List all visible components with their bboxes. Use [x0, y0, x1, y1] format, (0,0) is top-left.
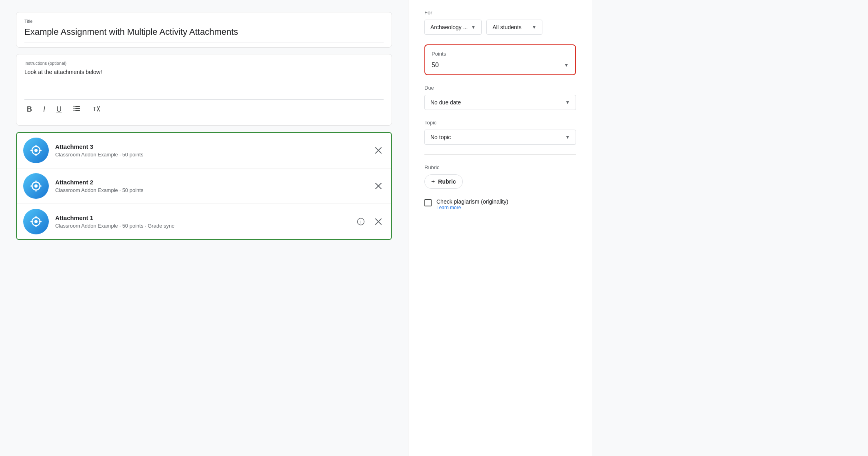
svg-point-18 [34, 184, 38, 188]
attachment-item: Attachment 1 Classroom Addon Example · 5… [17, 204, 391, 239]
svg-rect-28 [36, 225, 37, 227]
svg-rect-13 [30, 150, 33, 151]
attachment-actions-1: i [354, 215, 385, 228]
bold-icon: B [27, 105, 32, 114]
attachment-info-2: Attachment 2 Classroom Addon Example · 5… [55, 179, 372, 193]
points-value: 50 [432, 62, 439, 69]
title-section: Title [16, 12, 392, 48]
svg-point-10 [34, 149, 38, 152]
remove-attachment-1-button[interactable] [372, 215, 385, 228]
attachment-actions-3 [372, 144, 385, 157]
attachments-container: Attachment 3 Classroom Addon Example · 5… [16, 132, 392, 240]
class-dropdown-value: Archaeology ... [430, 24, 468, 30]
italic-button[interactable]: I [41, 104, 48, 115]
topic-section: Topic No topic ▼ [424, 120, 576, 155]
points-dropdown-arrow: ▼ [564, 62, 569, 68]
plagiarism-text: Check plagiarism (originality) Learn mor… [436, 198, 508, 210]
plagiarism-checkbox[interactable] [424, 199, 432, 206]
addon-icon-2 [23, 173, 49, 199]
add-rubric-button[interactable]: + Rubric [424, 174, 463, 189]
underline-button[interactable]: U [54, 104, 64, 115]
for-dropdowns: Archaeology ... ▼ All students ▼ [424, 20, 576, 35]
rubric-section: Rubric + Rubric [424, 164, 576, 189]
list-button[interactable] [70, 103, 83, 116]
topic-dropdown[interactable]: No topic ▼ [424, 130, 576, 145]
plus-icon: + [431, 178, 435, 185]
svg-point-3 [74, 106, 75, 107]
due-dropdown-arrow: ▼ [565, 100, 570, 105]
bold-button[interactable]: B [24, 104, 34, 115]
points-section: Points 50 ▼ [424, 44, 576, 75]
attachment-item: Attachment 3 Classroom Addon Example · 5… [17, 133, 391, 168]
title-label: Title [24, 19, 384, 24]
svg-rect-22 [39, 186, 42, 187]
topic-label: Topic [424, 120, 576, 126]
points-dropdown[interactable]: 50 ▼ [432, 62, 569, 69]
svg-text:T: T [93, 106, 96, 112]
svg-rect-27 [36, 216, 37, 218]
svg-rect-19 [36, 180, 37, 183]
for-section: For Archaeology ... ▼ All students ▼ [424, 10, 576, 35]
svg-rect-30 [39, 221, 42, 222]
due-dropdown[interactable]: No due date ▼ [424, 95, 576, 110]
topic-value: No topic [430, 134, 451, 140]
instructions-section: Instructions (optional) Look at the atta… [16, 54, 392, 126]
svg-text:i: i [360, 219, 362, 225]
list-icon [73, 104, 81, 114]
svg-rect-11 [36, 145, 37, 147]
points-label: Points [432, 51, 569, 57]
students-dropdown-arrow: ▼ [532, 24, 536, 30]
svg-rect-20 [36, 189, 37, 192]
remove-attachment-3-button[interactable] [372, 144, 385, 157]
rubric-label: Rubric [424, 164, 576, 170]
clear-format-icon: T [92, 104, 100, 114]
attachment-item: Attachment 2 Classroom Addon Example · 5… [17, 168, 391, 204]
svg-rect-29 [30, 221, 33, 222]
underline-icon: U [56, 105, 62, 114]
svg-point-4 [74, 108, 75, 109]
for-label: For [424, 10, 576, 16]
learn-more-link[interactable]: Learn more [436, 205, 508, 210]
plagiarism-label: Check plagiarism (originality) [436, 198, 508, 205]
svg-point-26 [34, 220, 38, 223]
class-dropdown-arrow: ▼ [471, 24, 476, 30]
instructions-text: Look at the attachments below! [24, 69, 384, 75]
due-section: Due No due date ▼ [424, 85, 576, 110]
svg-rect-14 [39, 150, 42, 151]
attachment-subtitle-3: Classroom Addon Example · 50 points [55, 152, 372, 158]
attachment-subtitle-1: Classroom Addon Example · 50 points · Gr… [55, 223, 354, 229]
title-underline [24, 42, 384, 42]
attachment-subtitle-2: Classroom Addon Example · 50 points [55, 187, 372, 193]
attachment-info-3: Attachment 3 Classroom Addon Example · 5… [55, 143, 372, 158]
title-input[interactable] [24, 25, 384, 39]
addon-icon-1 [23, 209, 49, 234]
students-dropdown[interactable]: All students ▼ [486, 20, 542, 35]
instructions-label: Instructions (optional) [24, 61, 384, 66]
plagiarism-section: Check plagiarism (originality) Learn mor… [424, 198, 576, 210]
class-dropdown[interactable]: Archaeology ... ▼ [424, 20, 482, 35]
due-value: No due date [430, 99, 461, 106]
attachment-actions-2 [372, 180, 385, 192]
side-panel: For Archaeology ... ▼ All students ▼ Poi… [408, 0, 592, 456]
info-attachment-1-button[interactable]: i [354, 215, 367, 228]
svg-rect-12 [36, 154, 37, 156]
attachment-info-1: Attachment 1 Classroom Addon Example · 5… [55, 214, 354, 229]
addon-icon-3 [23, 138, 49, 163]
clear-format-button[interactable]: T [90, 103, 102, 116]
attachment-title-1: Attachment 1 [55, 214, 354, 221]
italic-icon: I [43, 105, 45, 114]
rubric-button-label: Rubric [438, 178, 456, 185]
formatting-toolbar: B I U [24, 99, 384, 119]
attachment-title-3: Attachment 3 [55, 143, 372, 150]
svg-point-5 [74, 110, 75, 111]
svg-rect-21 [30, 186, 33, 187]
attachment-title-2: Attachment 2 [55, 179, 372, 186]
remove-attachment-2-button[interactable] [372, 180, 385, 192]
due-label: Due [424, 85, 576, 91]
students-dropdown-value: All students [492, 24, 521, 30]
topic-dropdown-arrow: ▼ [565, 134, 570, 140]
